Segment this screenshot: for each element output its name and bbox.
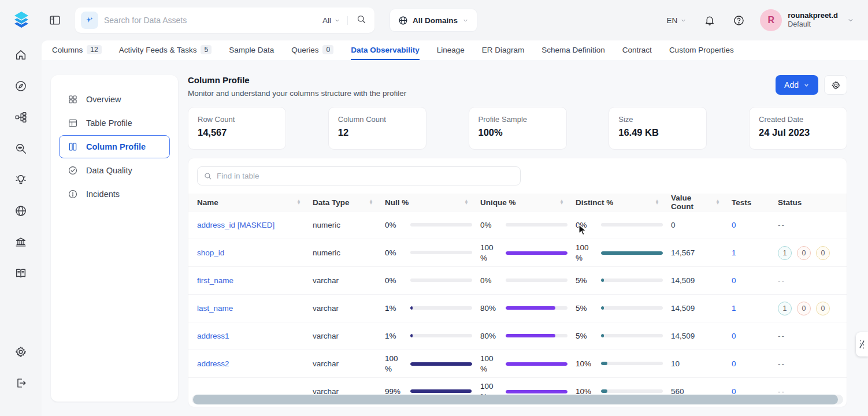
tests-link[interactable]: 1 — [732, 248, 736, 257]
sidebar-collapse-icon[interactable] — [49, 14, 61, 27]
panel-resize-handle[interactable] — [856, 332, 868, 356]
sidebar-item-incidents[interactable]: Incidents — [59, 183, 170, 206]
add-button[interactable]: Add — [776, 75, 818, 95]
progress-bar — [601, 223, 663, 226]
metric-cell: 5% — [576, 331, 671, 341]
metric-cell: 1% — [385, 331, 480, 341]
glossary-book-icon[interactable] — [13, 266, 28, 281]
status-badge-success: 1 — [778, 246, 792, 260]
column-name-link[interactable]: last_name — [197, 304, 233, 313]
column-header-distinct[interactable]: Distinct %▲▼ — [576, 198, 671, 207]
metric-cell: 1% — [385, 303, 480, 314]
column-profile-table: Name▲▼ Data Type▲▼ Null %▲▼ Unique %▲▼ D… — [188, 158, 847, 407]
search-input[interactable] — [104, 16, 322, 25]
chevron-down-icon — [334, 17, 340, 24]
column-header-status[interactable]: Status — [778, 198, 844, 207]
logout-icon[interactable] — [13, 376, 28, 391]
table-icon — [68, 118, 78, 128]
sidebar-item-data-quality[interactable]: Data Quality — [59, 159, 170, 182]
alert-circle-icon — [68, 189, 78, 199]
column-header-data-type[interactable]: Data Type▲▼ — [313, 198, 385, 207]
profiler-settings-button[interactable] — [824, 75, 847, 95]
domains-globe-icon[interactable] — [13, 203, 28, 218]
columns-icon — [68, 142, 78, 152]
column-header-null[interactable]: Null %▲▼ — [385, 198, 480, 207]
observability-search-icon[interactable] — [13, 141, 28, 156]
user-menu[interactable]: R rounakpreet.d Default — [760, 9, 854, 31]
domains-dropdown[interactable]: All Domains — [390, 9, 477, 32]
column-name-link[interactable]: address1 — [197, 332, 229, 340]
notifications-bell-icon[interactable] — [704, 14, 715, 26]
help-icon[interactable] — [733, 14, 745, 27]
column-header-unique[interactable]: Unique %▲▼ — [480, 198, 576, 207]
table-row: last_name varchar 1% 80% 5% 14,509 1 100 — [188, 294, 847, 322]
tab-queries[interactable]: Queries 0 — [291, 40, 333, 60]
column-name-link[interactable]: shop_id — [197, 248, 224, 257]
metric-cell: 10% — [576, 359, 671, 369]
lineage-flow-icon[interactable] — [13, 110, 28, 125]
progress-bar — [410, 223, 472, 226]
sidebar-item-column-profile[interactable]: Column Profile — [59, 135, 170, 158]
sidebar-item-table-profile[interactable]: Table Profile — [59, 112, 170, 135]
column-name-link[interactable]: address_id [MASKED] — [197, 221, 275, 229]
insights-bulb-icon[interactable] — [13, 172, 28, 187]
data-type-cell: varchar — [313, 332, 385, 340]
tab-activity-feeds-tasks[interactable]: Activity Feeds & Tasks 5 — [119, 40, 212, 60]
governance-bank-icon[interactable] — [13, 235, 28, 250]
sort-icon: ▲▼ — [296, 200, 301, 205]
ai-sparkle-icon[interactable] — [81, 12, 98, 29]
status-cell: 100 — [778, 246, 844, 260]
user-avatar: R — [760, 9, 782, 31]
stat-card-size: Size 16.49 KB — [609, 107, 707, 150]
explore-compass-icon[interactable] — [13, 79, 28, 94]
tab-schema-definition[interactable]: Schema Definition — [541, 40, 605, 60]
status-cell: 100 — [778, 302, 844, 315]
tab-contract[interactable]: Contract — [622, 40, 652, 60]
tests-link[interactable]: 0 — [732, 359, 736, 368]
tab-er-diagram[interactable]: ER Diagram — [482, 40, 525, 60]
column-name-link[interactable]: address2 — [197, 359, 229, 368]
status-badge-failed: 0 — [816, 302, 830, 315]
tests-link[interactable]: 0 — [732, 276, 736, 285]
page-subtitle: Monitor and understand your columns stru… — [188, 89, 406, 98]
sort-icon: ▲▼ — [559, 200, 564, 205]
column-name-link[interactable]: first_name — [197, 276, 233, 285]
tab-count-badge: 12 — [87, 45, 101, 54]
progress-bar — [601, 334, 663, 337]
data-type-cell: varchar — [313, 276, 385, 285]
top-header: All All Domains EN R rounakpreet.d Defau… — [0, 0, 868, 40]
page-title: Column Profile — [188, 75, 406, 85]
home-icon[interactable] — [13, 47, 28, 62]
tab-lineage[interactable]: Lineage — [437, 40, 465, 60]
metric-cell: 100 % — [385, 354, 480, 374]
search-icon[interactable] — [356, 14, 366, 27]
tests-link[interactable]: 0 — [732, 332, 736, 340]
settings-gear-icon[interactable] — [13, 344, 28, 359]
sort-icon: ▲▼ — [464, 200, 469, 205]
column-header-value-count[interactable]: Value Count▲▼ — [671, 194, 732, 211]
stat-card-row-count: Row Count 14,567 — [188, 107, 286, 150]
find-in-table-input[interactable] — [217, 172, 514, 180]
sidebar-item-overview[interactable]: Overview — [59, 88, 170, 111]
tab-custom-properties[interactable]: Custom Properties — [669, 40, 734, 60]
horizontal-scrollbar[interactable] — [192, 395, 843, 404]
app-logo-icon[interactable] — [10, 9, 32, 31]
tests-link[interactable]: 1 — [732, 304, 736, 313]
column-header-tests[interactable]: Tests — [732, 198, 778, 207]
tab-sample-data[interactable]: Sample Data — [229, 40, 274, 60]
tab-data-observability[interactable]: Data Observability — [351, 40, 420, 60]
table-row: address1 varchar 1% 80% 5% 14,509 0 -- — [188, 322, 847, 350]
column-header-name[interactable]: Name▲▼ — [197, 198, 313, 207]
tests-link[interactable]: 0 — [732, 221, 736, 229]
content-panel: Column Profile Monitor and understand yo… — [188, 75, 847, 416]
metric-cell: 100 % — [576, 243, 671, 263]
progress-bar — [506, 251, 567, 255]
progress-bar — [601, 251, 663, 255]
progress-bar — [410, 278, 472, 282]
value-count-cell: 14,509 — [671, 304, 732, 313]
search-scope-dropdown[interactable]: All — [322, 16, 348, 25]
language-dropdown[interactable]: EN — [667, 16, 687, 25]
global-search: All — [75, 8, 374, 33]
tab-columns[interactable]: Columns 12 — [52, 40, 102, 60]
metric-cell: 0% — [385, 276, 480, 286]
